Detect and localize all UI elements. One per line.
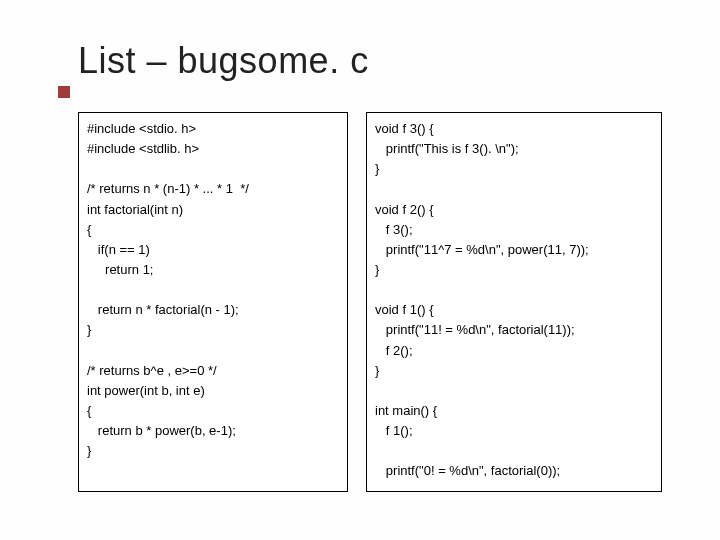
- slide: List – bugsome. c #include <stdio. h> #i…: [0, 0, 720, 540]
- code-box-right: void f 3() { printf("This is f 3(). \n")…: [366, 112, 662, 492]
- code-box-left: #include <stdio. h> #include <stdlib. h>…: [78, 112, 348, 492]
- page-title: List – bugsome. c: [78, 40, 369, 82]
- accent-square-icon: [58, 86, 70, 98]
